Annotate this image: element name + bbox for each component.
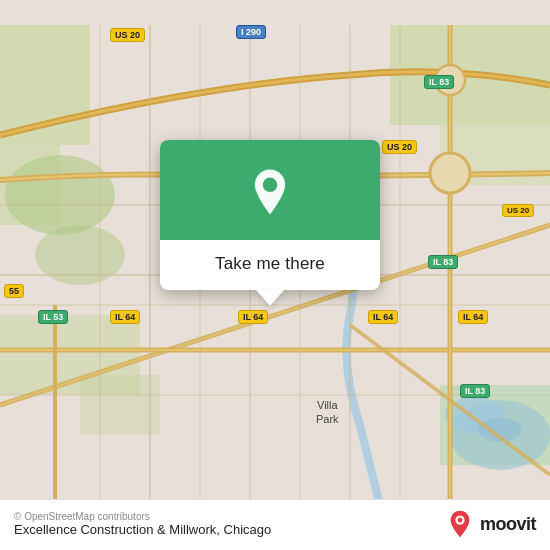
badge-il83-mid: IL 83 bbox=[428, 255, 458, 269]
badge-il64-mid: IL 64 bbox=[238, 310, 268, 324]
moovit-pin-icon bbox=[446, 510, 474, 538]
badge-us20-right: US 20 bbox=[382, 140, 417, 154]
bottom-bar-info: © OpenStreetMap contributors Excellence … bbox=[14, 511, 271, 537]
popup-icon-area bbox=[160, 140, 380, 240]
svg-point-3 bbox=[5, 155, 115, 235]
badge-il83-top: IL 83 bbox=[424, 75, 454, 89]
badge-i290: I 290 bbox=[236, 25, 266, 39]
villa-park-label: VillaPark bbox=[316, 398, 339, 427]
map-container: US 20 I 290 IL 83 US 20 IL 53 IL 64 IL 6… bbox=[0, 0, 550, 550]
place-name-label: Excellence Construction & Millwork, Chic… bbox=[14, 522, 271, 537]
take-me-there-button[interactable]: Take me there bbox=[195, 240, 345, 290]
badge-il53: IL 53 bbox=[38, 310, 68, 324]
location-pin-icon bbox=[246, 168, 294, 216]
badge-us20-top: US 20 bbox=[110, 28, 145, 42]
badge-us20-far-right: US 20 bbox=[502, 204, 534, 217]
bottom-bar: © OpenStreetMap contributors Excellence … bbox=[0, 499, 550, 550]
moovit-brand-text: moovit bbox=[480, 514, 536, 535]
svg-point-36 bbox=[458, 518, 463, 523]
badge-55: 55 bbox=[4, 284, 24, 298]
badge-il64-right1: IL 64 bbox=[368, 310, 398, 324]
svg-point-34 bbox=[263, 178, 277, 192]
popup-card[interactable]: Take me there bbox=[160, 140, 380, 290]
map-attribution: © OpenStreetMap contributors bbox=[14, 511, 271, 522]
badge-il64-left: IL 64 bbox=[110, 310, 140, 324]
moovit-logo: moovit bbox=[446, 510, 536, 538]
svg-rect-8 bbox=[80, 375, 160, 435]
badge-il64-right2: IL 64 bbox=[458, 310, 488, 324]
badge-il83-lower: IL 83 bbox=[460, 384, 490, 398]
svg-point-32 bbox=[430, 153, 470, 193]
